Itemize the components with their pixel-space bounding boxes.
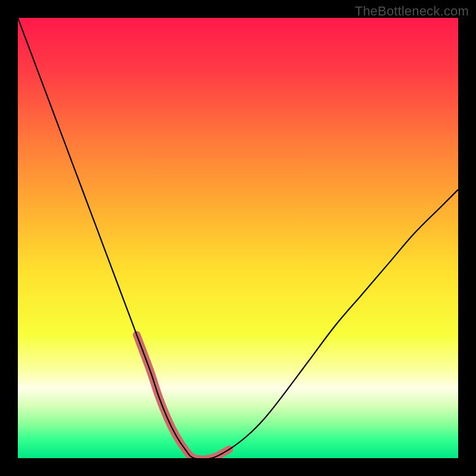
curve-layer <box>18 18 458 458</box>
plot-area <box>18 18 458 458</box>
bottleneck-curve <box>18 18 458 458</box>
chart-frame: TheBottleneck.com <box>0 0 476 476</box>
highlight-band <box>137 335 229 458</box>
watermark-text: TheBottleneck.com <box>355 4 469 19</box>
